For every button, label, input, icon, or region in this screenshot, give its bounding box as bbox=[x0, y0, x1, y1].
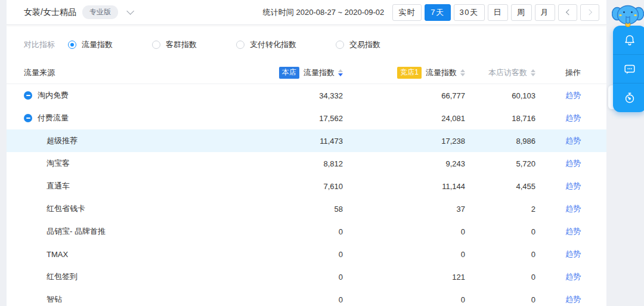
column-label: 本店访客数 bbox=[488, 67, 527, 78]
table-header: 流量来源本店流量指数竞店1流量指数本店访客数操作 bbox=[7, 61, 606, 84]
traffic-source-name: 淘宝客 bbox=[47, 158, 70, 169]
period-button-日[interactable]: 日 bbox=[488, 4, 509, 21]
stat-time-range: 统计时间 2020-08-27 ~ 2020-09-02 bbox=[263, 7, 384, 18]
metric-option-1[interactable]: 流量指数 bbox=[68, 39, 113, 50]
traffic-source-name: 智钻 bbox=[47, 294, 62, 305]
floating-toolbar bbox=[613, 26, 644, 112]
trend-link[interactable]: 趋势 bbox=[565, 203, 581, 214]
trend-link[interactable]: 趋势 bbox=[565, 90, 581, 101]
shop-visitors-value: 8,986 bbox=[465, 137, 535, 146]
elephant-mascot-icon[interactable] bbox=[612, 2, 644, 28]
trend-link[interactable]: 趋势 bbox=[565, 158, 581, 169]
sort-icon[interactable] bbox=[460, 69, 465, 76]
traffic-source-name: 红包签到 bbox=[47, 271, 78, 282]
shop-index-value: 0 bbox=[253, 227, 343, 236]
notifications-button[interactable] bbox=[613, 26, 644, 54]
action-cell: 趋势 bbox=[535, 294, 589, 305]
traffic-source-cell: 超级推荐 bbox=[24, 135, 253, 146]
shop-visitors-value: 0 bbox=[465, 250, 535, 259]
stopwatch-icon bbox=[623, 91, 636, 104]
chevron-down-icon[interactable] bbox=[126, 7, 134, 15]
table-row-2: 付费流量17,56224,08118,716趋势 bbox=[7, 107, 606, 129]
competitor-index-value: 11,144 bbox=[343, 182, 465, 191]
traffic-source-name: 淘内免费 bbox=[38, 90, 69, 101]
shop-index-value: 8,812 bbox=[253, 159, 343, 168]
action-cell: 趋势 bbox=[535, 249, 589, 259]
category-title: 女装/女士精品 bbox=[24, 7, 76, 18]
prev-page-button[interactable] bbox=[558, 4, 577, 21]
history-button[interactable] bbox=[613, 83, 644, 112]
metric-option-2[interactable]: 客群指数 bbox=[152, 39, 197, 50]
competitor-index-value: 121 bbox=[343, 273, 465, 282]
column-label: 操作 bbox=[565, 67, 581, 78]
own-shop-badge: 本店 bbox=[279, 67, 299, 79]
table-row-9: 红包签到01210趋势 bbox=[7, 265, 606, 288]
sort-icon[interactable] bbox=[338, 69, 343, 76]
collapse-icon[interactable] bbox=[24, 114, 32, 122]
period-button-月[interactable]: 月 bbox=[535, 4, 556, 21]
traffic-source-name: 红包省钱卡 bbox=[47, 203, 85, 214]
table-row-10: 智钻000趋势 bbox=[7, 288, 606, 306]
messages-button[interactable] bbox=[613, 54, 644, 84]
trend-link[interactable]: 趋势 bbox=[565, 271, 581, 282]
trend-link[interactable]: 趋势 bbox=[565, 294, 581, 305]
competitor-index-value: 9,243 bbox=[343, 159, 465, 168]
traffic-source-name: 超级推荐 bbox=[47, 135, 78, 146]
top-bar: 女装/女士精品 专业版 统计时间 2020-08-27 ~ 2020-09-02… bbox=[7, 0, 606, 25]
period-button-实时[interactable]: 实时 bbox=[392, 4, 422, 21]
table-row-8: TMAX000趋势 bbox=[7, 243, 606, 265]
competitor-index-value: 37 bbox=[343, 205, 465, 214]
trend-link[interactable]: 趋势 bbox=[565, 249, 581, 259]
period-buttons: 实时7天30天日周月 bbox=[392, 4, 555, 21]
shop-visitors-value: 0 bbox=[465, 227, 535, 236]
metric-options: 流量指数客群指数支付转化指数交易指数 bbox=[68, 39, 420, 50]
radio-icon bbox=[236, 41, 244, 49]
traffic-source-cell: 直通车 bbox=[24, 181, 253, 191]
trend-link[interactable]: 趋势 bbox=[565, 226, 581, 237]
traffic-source-name: TMAX bbox=[47, 250, 68, 259]
collapse-icon[interactable] bbox=[24, 91, 32, 100]
traffic-source-cell: TMAX bbox=[24, 250, 253, 259]
table-row-3: 超级推荐11,47317,2388,986趋势 bbox=[7, 129, 606, 152]
shop-index-value: 0 bbox=[253, 273, 343, 282]
pro-version-badge: 专业版 bbox=[82, 5, 118, 19]
shop-index-value: 7,610 bbox=[253, 182, 343, 191]
traffic-source-cell: 淘宝客 bbox=[24, 158, 253, 169]
traffic-source-cell: 红包省钱卡 bbox=[24, 203, 253, 214]
competitor-badge: 竞店1 bbox=[397, 67, 422, 79]
shop-visitors-value: 0 bbox=[465, 273, 535, 282]
traffic-source-cell: 付费流量 bbox=[24, 113, 253, 123]
metric-option-label: 流量指数 bbox=[82, 39, 113, 50]
trend-link[interactable]: 趋势 bbox=[565, 181, 581, 191]
chevron-left-icon bbox=[565, 10, 571, 16]
column-header-visitors: 本店访客数 bbox=[465, 67, 535, 78]
metric-option-3[interactable]: 支付转化指数 bbox=[236, 39, 296, 50]
table-row-5: 直通车7,61011,1444,455趋势 bbox=[7, 175, 606, 197]
period-button-30天[interactable]: 30天 bbox=[454, 4, 485, 21]
radio-icon bbox=[152, 41, 160, 49]
sort-icon[interactable] bbox=[531, 69, 535, 76]
table-body: 淘内免费34,33266,77760,103趋势付费流量17,56224,081… bbox=[7, 84, 606, 306]
column-header-name: 流量来源 bbox=[24, 67, 253, 78]
shop-visitors-value: 0 bbox=[465, 295, 535, 304]
competitor-index-value: 0 bbox=[343, 250, 465, 259]
trend-link[interactable]: 趋势 bbox=[565, 113, 581, 123]
traffic-source-name: 付费流量 bbox=[38, 113, 69, 123]
metric-option-label: 交易指数 bbox=[349, 39, 380, 50]
period-button-周[interactable]: 周 bbox=[511, 4, 532, 21]
column-label: 流量指数 bbox=[426, 67, 457, 78]
trend-link[interactable]: 趋势 bbox=[565, 135, 581, 146]
next-page-button[interactable] bbox=[580, 4, 599, 21]
shop-index-value: 17,562 bbox=[253, 114, 343, 123]
shop-visitors-value: 5,720 bbox=[465, 159, 535, 168]
traffic-source-name: 直通车 bbox=[47, 181, 70, 191]
metric-option-label: 客群指数 bbox=[166, 39, 197, 50]
shop-visitors-value: 18,716 bbox=[465, 114, 535, 123]
column-header-shop: 本店流量指数 bbox=[253, 67, 343, 79]
table-row-1: 淘内免费34,33266,77760,103趋势 bbox=[7, 84, 606, 107]
traffic-source-name: 品销宝- 品牌首推 bbox=[47, 226, 106, 237]
period-button-7天[interactable]: 7天 bbox=[425, 4, 450, 21]
metric-option-4[interactable]: 交易指数 bbox=[336, 39, 380, 50]
action-cell: 趋势 bbox=[535, 203, 589, 214]
shop-index-value: 58 bbox=[253, 205, 343, 214]
